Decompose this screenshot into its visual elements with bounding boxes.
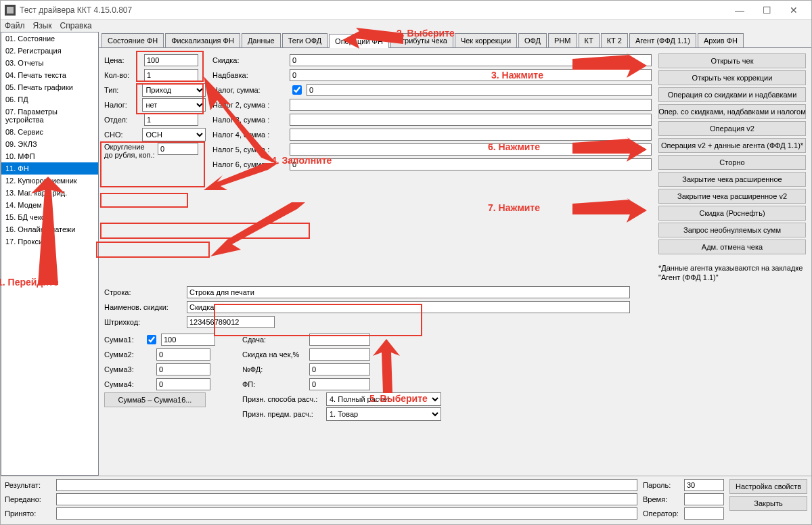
dept-input[interactable]	[144, 114, 198, 126]
tab-item[interactable]: Атрибуты чека	[390, 33, 453, 47]
sidebar-item[interactable]: 15. БД чеков	[1, 211, 98, 223]
rosneft-button[interactable]: Скидка (Роснефть)	[658, 206, 806, 221]
tax2-input[interactable]	[290, 99, 652, 111]
sidebar-item[interactable]: 04. Печать текста	[1, 69, 98, 81]
tax6-label: Налог 6, сумма :	[212, 160, 287, 168]
nonzero-button[interactable]: Запрос необнуляемых сумм	[658, 223, 806, 237]
tab-item[interactable]: Архив ФН	[698, 33, 744, 47]
sidebar-item[interactable]: 07. Параметры устройства	[1, 106, 98, 126]
sum5-16-button[interactable]: Сумма5 – Сумма16...	[104, 392, 206, 407]
result-input[interactable]	[56, 479, 637, 491]
pass-label: Пароль:	[643, 481, 680, 489]
menu-file[interactable]: Файл	[5, 21, 25, 30]
tab-item[interactable]: Состояние ФН	[102, 33, 164, 47]
qty-input[interactable]	[144, 69, 198, 81]
pass-input[interactable]	[684, 479, 724, 491]
tabs: Состояние ФНФискализация ФНДанныеТеги ОФ…	[99, 32, 811, 48]
tab-item[interactable]: КТ	[579, 33, 600, 47]
barcode-label: Штрихкод:	[104, 318, 184, 326]
taxsum-label: Налог, сумма:	[212, 86, 287, 94]
adm-cancel-button[interactable]: Адм. отмена чека	[658, 239, 806, 254]
menu-help[interactable]: Справка	[60, 21, 92, 30]
tax5-input[interactable]	[290, 143, 652, 156]
sum2-input[interactable]	[156, 348, 210, 361]
close-window-button[interactable]: ✕	[780, 1, 807, 20]
tax-label: Налог:	[104, 101, 139, 109]
type-select[interactable]: Приход	[142, 83, 206, 97]
open-corr-button[interactable]: Открыть чек коррекции	[658, 70, 806, 85]
tax3-input[interactable]	[290, 114, 652, 126]
string-input[interactable]	[187, 286, 630, 298]
sidebar-item[interactable]: 05. Печать графики	[1, 81, 98, 93]
tab-item[interactable]: ОФД	[518, 33, 547, 47]
sidebar-item[interactable]: 06. ПД	[1, 93, 98, 106]
sidebar-item[interactable]: 01. Состояние	[1, 32, 98, 45]
sidebar-item[interactable]: 17. Прокси	[1, 235, 98, 248]
tax-select[interactable]: нет	[142, 98, 206, 112]
close-ext-button[interactable]: Закрытие чека расширенное	[658, 172, 806, 187]
paysubj-select[interactable]: 1. Товар	[326, 407, 441, 421]
op-v2-button[interactable]: Операция v2	[658, 121, 806, 136]
tab-item[interactable]: Агент (ФФД 1.1)	[629, 33, 696, 47]
settings-button[interactable]: Настройка свойств	[729, 479, 807, 494]
agent-note: *Данные агента указываются на закладке "…	[658, 263, 806, 283]
tab-item[interactable]: РНМ	[548, 33, 577, 47]
open-check-button[interactable]: Открыть чек	[658, 53, 806, 68]
sum1-check[interactable]	[147, 335, 156, 344]
sidebar-item[interactable]: 09. ЭКЛЗ	[1, 138, 98, 150]
sum4-input[interactable]	[156, 378, 210, 390]
title-text: Тест драйвера ККТ 4.15.0.807	[20, 5, 726, 15]
surcharge-input[interactable]	[290, 69, 652, 81]
discount-input[interactable]	[290, 54, 652, 66]
sidebar-item[interactable]: 03. Отчеты	[1, 57, 98, 69]
sent-input[interactable]	[56, 493, 637, 505]
tab-item[interactable]: Теги ОФД	[282, 33, 328, 47]
tab-item[interactable]: Чек коррекции	[455, 33, 517, 47]
tab-item[interactable]: Операции ФН	[329, 34, 389, 48]
sidebar-item[interactable]: 13. Маг. карт. рид.	[1, 187, 98, 199]
menu-lang[interactable]: Язык	[33, 21, 52, 30]
sidebar-item[interactable]: 16. Онлайн платежи	[1, 223, 98, 235]
sidebar-item[interactable]: 12. Купюроприемник	[1, 175, 98, 187]
sidebar-item[interactable]: 08. Сервис	[1, 126, 98, 138]
close-ext-v2-button[interactable]: Закрытие чека расширенное v2	[658, 189, 806, 204]
sidebar-item[interactable]: 11. ФН	[1, 162, 98, 175]
taxsum-check[interactable]	[292, 85, 302, 95]
sidebar-item[interactable]: 10. МФП	[1, 150, 98, 162]
tab-item[interactable]: КТ 2	[601, 33, 628, 47]
barcode-input[interactable]	[187, 316, 275, 328]
fp-input[interactable]	[309, 378, 370, 390]
fp-label: ФП:	[242, 380, 307, 388]
sidebar-item[interactable]: 02. Регистрация	[1, 45, 98, 57]
op-v2-agent-button[interactable]: Операция v2 + данные агента (ФФД 1.1)*	[658, 138, 806, 153]
storno-button[interactable]: Сторно	[658, 155, 806, 170]
op-disc-tax-button[interactable]: Опер. со скидками, надбавками и налогом	[658, 104, 806, 119]
round-input[interactable]	[158, 143, 198, 155]
sum3-input[interactable]	[156, 363, 210, 375]
change-input[interactable]	[309, 334, 370, 346]
time-input[interactable]	[684, 493, 724, 505]
tax5-label: Налог 5, сумма :	[212, 145, 287, 154]
sidebar-item[interactable]: 14. Модем	[1, 199, 98, 211]
tab-item[interactable]: Фискализация ФН	[165, 33, 240, 47]
checkdisc-input[interactable]	[309, 348, 370, 361]
dname-input[interactable]	[187, 301, 630, 313]
minimize-button[interactable]: —	[726, 1, 753, 20]
close-button[interactable]: Закрыть	[729, 496, 807, 511]
tax4-input[interactable]	[290, 129, 652, 141]
fd-input[interactable]	[309, 363, 370, 375]
recv-input[interactable]	[56, 507, 637, 520]
op-disc-button[interactable]: Операция со скидками и надбавками	[658, 87, 806, 102]
tab-item[interactable]: Данные	[242, 33, 281, 47]
paymethod-select[interactable]: 4. Полный расчет	[326, 392, 441, 406]
price-input[interactable]	[144, 54, 198, 66]
sent-label: Передано:	[5, 495, 52, 503]
tax6-input[interactable]	[290, 158, 652, 170]
operator-input[interactable]	[684, 507, 724, 520]
taxsum-input[interactable]	[307, 84, 652, 96]
sno-select[interactable]: ОСН	[142, 128, 206, 141]
sum1-input[interactable]	[161, 334, 215, 346]
app-window: Тест драйвера ККТ 4.15.0.807 — ☐ ✕ Файл …	[0, 0, 812, 525]
maximize-button[interactable]: ☐	[753, 1, 780, 20]
discount-label: Скидка:	[212, 56, 287, 64]
